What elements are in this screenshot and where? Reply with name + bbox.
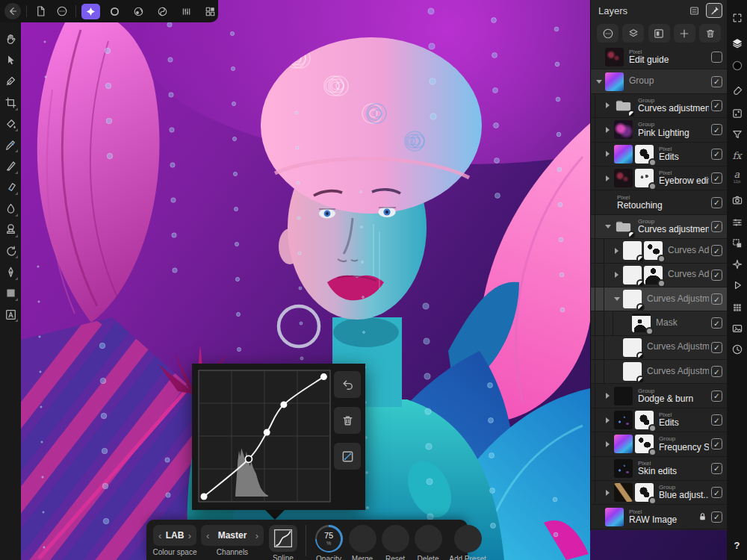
photo-persona-button[interactable] bbox=[81, 4, 100, 19]
add-layer-button[interactable] bbox=[674, 24, 695, 43]
text-panel-button[interactable]: a12pt bbox=[727, 167, 747, 185]
colour-panel-button[interactable] bbox=[727, 57, 747, 75]
more-menu-button[interactable] bbox=[54, 3, 70, 19]
layers-panel-button[interactable] bbox=[727, 34, 747, 52]
blemish-removal-tool[interactable] bbox=[1, 155, 20, 176]
merge-button[interactable] bbox=[349, 525, 376, 553]
disclosure-toggle[interactable] bbox=[613, 248, 621, 254]
visibility-checkbox[interactable]: ✓ bbox=[711, 293, 722, 305]
layer-row[interactable]: PixelEdits✓ bbox=[591, 143, 727, 167]
colour-space-stepper[interactable]: ‹ LAB › bbox=[153, 525, 196, 546]
layer-row[interactable]: GroupDodge & burn✓ bbox=[591, 384, 727, 408]
help-button[interactable]: ? bbox=[727, 536, 747, 554]
flood-fill-tool[interactable] bbox=[1, 113, 20, 134]
crop-tool[interactable] bbox=[1, 92, 20, 113]
text-tool[interactable] bbox=[1, 304, 20, 325]
adjustments-panel-button[interactable] bbox=[727, 105, 747, 122]
layer-row[interactable]: GroupCurves adjustments✓ bbox=[591, 215, 727, 239]
pin-panel-button[interactable] bbox=[706, 3, 722, 18]
delete-layer-button[interactable] bbox=[699, 24, 721, 43]
disclosure-toggle[interactable] bbox=[604, 225, 612, 228]
brushes-panel-button[interactable] bbox=[727, 82, 747, 100]
disclosure-toggle[interactable] bbox=[604, 175, 612, 181]
visibility-checkbox[interactable]: ✓ bbox=[711, 391, 722, 402]
layer-row[interactable]: PixelEyebrow edits✓ bbox=[591, 167, 727, 190]
layer-fx-panel-button[interactable]: fx bbox=[727, 146, 747, 164]
pen-tool[interactable] bbox=[1, 261, 20, 282]
swatches-panel-button[interactable] bbox=[727, 299, 747, 317]
layer-row[interactable]: GroupBlue adjust...✓ bbox=[591, 481, 727, 505]
filters-panel-button[interactable] bbox=[727, 125, 747, 143]
layer-row[interactable]: Curves Adjustme...✓ bbox=[591, 336, 727, 360]
macros-panel-button[interactable] bbox=[727, 276, 747, 294]
layer-row[interactable]: Group✓ bbox=[591, 69, 727, 93]
tone-mapping-persona-button[interactable] bbox=[153, 4, 172, 19]
layer-row[interactable]: GroupCurves adjustments✓ bbox=[591, 94, 727, 118]
colour-picker-tool[interactable] bbox=[1, 71, 20, 92]
delete-button[interactable] bbox=[415, 525, 442, 553]
layer-row[interactable]: Curves Adj...✓ bbox=[591, 264, 727, 287]
disclosure-toggle[interactable] bbox=[604, 127, 612, 133]
visibility-checkbox[interactable]: ✓ bbox=[711, 100, 722, 111]
visibility-checkbox[interactable]: ✓ bbox=[711, 245, 722, 256]
visibility-checkbox[interactable]: ✓ bbox=[711, 197, 722, 208]
visibility-checkbox[interactable]: ✓ bbox=[711, 487, 722, 498]
mask-button[interactable] bbox=[648, 24, 670, 43]
shape-tool[interactable] bbox=[1, 283, 20, 304]
disclosure-toggle[interactable] bbox=[604, 102, 612, 108]
chevron-right-icon[interactable]: › bbox=[188, 530, 191, 541]
layer-row[interactable]: Mask✓ bbox=[591, 311, 727, 335]
clone-stamp-tool[interactable] bbox=[1, 220, 20, 240]
add-preset-button[interactable] bbox=[454, 525, 482, 553]
layer-row[interactable]: GroupPink Lighting✓ bbox=[591, 118, 727, 142]
liveframe-panel-button[interactable] bbox=[727, 191, 747, 209]
visibility-checkbox[interactable]: ✓ bbox=[711, 270, 722, 281]
disclosure-toggle[interactable] bbox=[604, 393, 612, 399]
transform-panel-button[interactable] bbox=[727, 234, 747, 252]
visibility-checkbox[interactable]: ✓ bbox=[711, 366, 722, 377]
undo-curve-button[interactable] bbox=[334, 371, 361, 398]
delete-node-button[interactable] bbox=[334, 407, 361, 434]
disclosure-toggle[interactable] bbox=[595, 80, 603, 84]
visibility-checkbox[interactable]: ✓ bbox=[711, 414, 722, 426]
navigator-panel-button[interactable] bbox=[727, 255, 747, 273]
disclosure-toggle[interactable] bbox=[604, 490, 612, 496]
reset-button[interactable] bbox=[382, 525, 409, 553]
visibility-checkbox[interactable]: ✓ bbox=[711, 342, 722, 353]
history-panel-button[interactable] bbox=[727, 340, 747, 358]
layer-row[interactable]: PixelSkin edits✓ bbox=[591, 457, 727, 481]
history-brush-tool[interactable] bbox=[1, 240, 20, 261]
disclosure-toggle[interactable] bbox=[604, 441, 612, 447]
blend-options-button[interactable] bbox=[622, 24, 644, 43]
visibility-checkbox[interactable]: ✓ bbox=[711, 76, 722, 87]
layer-row[interactable]: PixelEdits✓ bbox=[591, 408, 727, 432]
document-menu-button[interactable] bbox=[32, 3, 49, 19]
disclosure-toggle[interactable] bbox=[613, 297, 621, 301]
back-button[interactable] bbox=[4, 3, 21, 19]
visibility-checkbox[interactable]: ✓ bbox=[711, 124, 722, 135]
pan-tool[interactable] bbox=[1, 28, 20, 49]
develop-persona-button[interactable] bbox=[129, 4, 148, 19]
move-tool[interactable] bbox=[1, 49, 20, 70]
layer-row[interactable]: PixelEdit guide bbox=[591, 46, 727, 69]
disclosure-toggle[interactable] bbox=[613, 272, 621, 278]
spline-button[interactable] bbox=[269, 525, 297, 552]
opacity-dial[interactable]: 75 % bbox=[315, 525, 343, 553]
visibility-checkbox[interactable]: ✓ bbox=[711, 511, 722, 523]
layer-more-options-button[interactable] bbox=[597, 24, 619, 43]
liquify-persona-button[interactable] bbox=[177, 4, 196, 19]
disclosure-toggle[interactable] bbox=[604, 151, 612, 157]
layer-row[interactable]: PixelRAW Image✓ bbox=[591, 505, 727, 529]
channels-panel-button[interactable] bbox=[727, 214, 747, 231]
layer-row[interactable]: GroupFrequency S...✓ bbox=[591, 432, 727, 456]
visibility-checkbox[interactable]: ✓ bbox=[711, 172, 722, 184]
visibility-checkbox[interactable]: ✓ bbox=[711, 149, 722, 160]
visibility-checkbox[interactable]: ✓ bbox=[711, 317, 722, 329]
layer-row[interactable]: Curves Adj...✓ bbox=[591, 239, 727, 263]
erase-brush-tool[interactable] bbox=[1, 177, 20, 198]
layer-row[interactable]: Curves Adjustme...✓ bbox=[591, 287, 727, 311]
layer-row[interactable]: Curves Adjustme...✓ bbox=[591, 360, 727, 384]
channels-stepper[interactable]: ‹ Master › bbox=[201, 525, 264, 546]
visibility-checkbox[interactable]: ✓ bbox=[711, 438, 722, 449]
visibility-checkbox[interactable]: ✓ bbox=[711, 221, 722, 232]
